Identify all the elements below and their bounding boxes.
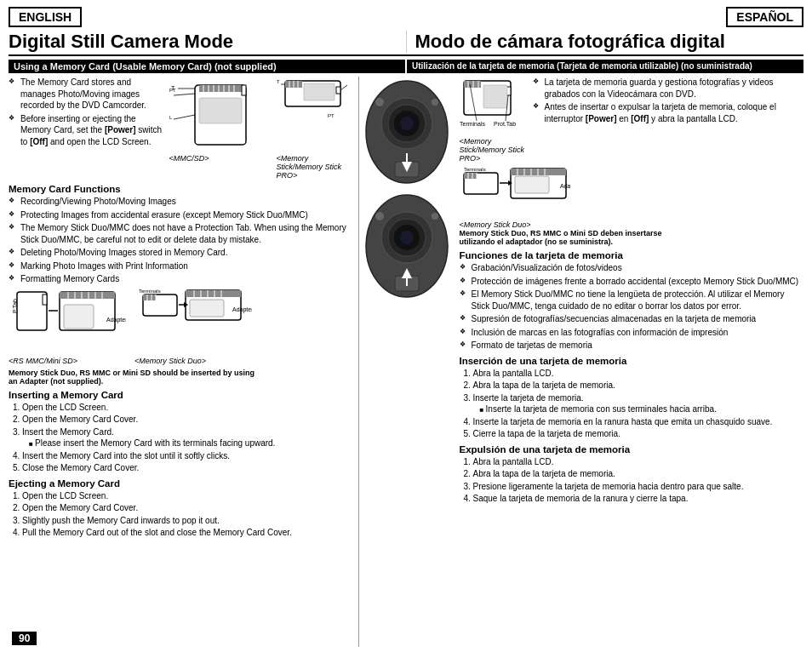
diagram-caption-es: Memory Stick Duo, RS MMC o Mini SD deben… xyxy=(460,229,681,246)
insert-es-5: Cierre la tapa de la tarjeta de memoria. xyxy=(473,428,804,440)
inserting-list-es: Abra la pantalla LCD. Abra la tapa de la… xyxy=(460,368,804,440)
func-en-3: The Memory Stick Duo/MMC does not have a… xyxy=(9,222,353,245)
svg-text:PT: PT xyxy=(328,113,335,118)
h-functions-es: Funciones de la tarjeta de memoria xyxy=(460,250,804,260)
eject-en-1: Open the LCD Screen. xyxy=(22,490,353,502)
svg-text:T: T xyxy=(277,79,280,84)
func-es-5: Inclusión de marcas en las fotografías c… xyxy=(460,327,804,339)
title-spanish: Modo de cámara fotográfica digital xyxy=(406,31,804,53)
svg-text:Adapter: Adapter xyxy=(106,317,126,323)
bullet-es-1: La tarjeta de memoria guarda y gestiona … xyxy=(533,77,804,100)
svg-text:Terminals: Terminals xyxy=(464,167,486,172)
eject-en-2: Open the Memory Card Cover. xyxy=(22,502,353,514)
insert-en-4: Insert the Memory Card into the slot unt… xyxy=(22,450,353,462)
func-es-4: Supresión de fotografías/secuencias alma… xyxy=(460,313,804,325)
eject-es-4: Saque la tarjeta de memoria de la ranura… xyxy=(473,493,804,505)
func-en-4: Deleting Photo/Moving Images stored in M… xyxy=(9,247,353,259)
ejecting-list-es: Abra la pantalla LCD. Abra la tapa de la… xyxy=(460,456,804,505)
bullet-en-2: Before inserting or ejecting the Memory … xyxy=(9,113,164,148)
mmc-sd-label: <MMC/SD> xyxy=(169,154,272,163)
stick-duo-label-es: <Memory Stick Duo> xyxy=(460,220,804,229)
eject-es-3: Presione ligeramente la tarjeta de memor… xyxy=(473,481,804,493)
svg-rect-32 xyxy=(64,305,94,329)
mmc-sd-diagram-es: Terminals Prot.Tab xyxy=(460,77,526,136)
insert-en-sub: Please insert the Memory Card with its t… xyxy=(29,438,353,449)
eject-es-2: Abra la tapa de la tarjeta de memoria. xyxy=(473,468,804,480)
camera-eject-diagram xyxy=(363,191,452,301)
svg-text:Adapter: Adapter xyxy=(232,306,252,313)
rsmmc-diagram: P.Tab xyxy=(9,288,126,356)
intro-bullets-es: La tarjeta de memoria guarda y gestiona … xyxy=(533,77,804,124)
eject-en-4: Pull the Memory Card out of the slot and… xyxy=(22,527,353,539)
h-functions-en: Memory Card Functions xyxy=(9,184,353,194)
stick-duo-label: <Memory Stick Duo> xyxy=(134,357,254,365)
svg-rect-10 xyxy=(199,98,242,123)
lang-espanol: ESPAÑOL xyxy=(726,7,803,27)
svg-rect-43 xyxy=(143,295,156,300)
h-ejecting-es: Expulsión de una tarjeta de memoria xyxy=(460,444,804,455)
svg-rect-9 xyxy=(242,85,246,95)
stick-duo-diagram: Terminals xyxy=(134,288,252,356)
func-en-1: Recording/Viewing Photo/Moving Images xyxy=(9,196,353,208)
rsmmc-label: <RS MMC/Mini SD> xyxy=(9,357,128,365)
bullet-en-1: The Memory Card stores and manages Photo… xyxy=(9,77,164,112)
svg-rect-103 xyxy=(515,176,549,193)
svg-text:Terminals: Terminals xyxy=(460,121,485,127)
title-english: Digital Still Camera Mode xyxy=(9,31,406,53)
h-ejecting-en: Ejecting a Memory Card xyxy=(9,478,353,489)
memory-stick-diagram: T PT xyxy=(277,77,352,153)
svg-point-74 xyxy=(375,212,384,220)
func-en-2: Protecting Images from accidental erasur… xyxy=(9,209,353,221)
insert-es-sub: Inserte la tarjeta de memoria con sus te… xyxy=(480,403,804,415)
insert-en-1: Open the LCD Screen. xyxy=(22,402,353,414)
camera-insert-diagram xyxy=(363,77,452,187)
svg-rect-29 xyxy=(43,295,47,305)
svg-text:L: L xyxy=(169,115,173,120)
insert-es-3: Inserte la tarjeta de memoria. Inserte l… xyxy=(473,392,804,415)
insert-es-4: Inserte la tarjeta de memoria en la ranu… xyxy=(473,416,804,428)
func-es-1: Grabación/Visualización de fotos/videos xyxy=(460,262,804,274)
inserting-list-en: Open the LCD Screen. Open the Memory Car… xyxy=(9,402,353,474)
svg-text:Terminals: Terminals xyxy=(139,289,161,294)
memory-stick-label: <Memory Stick/Memory Stick PRO> xyxy=(277,154,353,180)
svg-text:Adapter: Adapter xyxy=(560,183,570,190)
svg-line-26 xyxy=(340,85,347,90)
func-es-3: El Memory Stick Duo/MMC no tiene la leng… xyxy=(460,289,804,312)
eject-en-3: Slightly push the Memory Card inwards to… xyxy=(22,515,353,527)
intro-bullets-en: The Memory Card stores and manages Photo… xyxy=(9,77,164,147)
func-en-5: Marking Photo Images with Print Informat… xyxy=(9,260,353,272)
svg-point-64 xyxy=(375,98,384,106)
svg-line-13 xyxy=(174,94,195,95)
func-en-6: Formatting Memory Cards xyxy=(9,273,353,285)
svg-point-65 xyxy=(432,99,438,106)
svg-rect-85 xyxy=(483,85,507,108)
svg-point-73 xyxy=(400,231,414,244)
insert-es-1: Abra la pantalla LCD. xyxy=(473,368,804,380)
svg-text:P.Tab: P.Tab xyxy=(12,298,18,312)
section-bar-english: Using a Memory Card (Usable Memory Card)… xyxy=(9,60,405,73)
svg-rect-22 xyxy=(336,87,340,94)
stick-pro-label-es: <Memory Stick/Memory Stick PRO> xyxy=(460,137,528,163)
insert-en-5: Close the Memory Card Cover. xyxy=(22,462,353,474)
insert-en-2: Open the Memory Card Cover. xyxy=(22,414,353,426)
functions-list-es: Grabación/Visualización de fotos/videos … xyxy=(460,262,804,352)
page-number: 90 xyxy=(12,632,37,645)
svg-point-63 xyxy=(400,117,414,130)
h-inserting-en: Inserting a Memory Card xyxy=(9,390,353,400)
svg-rect-91 xyxy=(464,173,477,179)
func-es-2: Protección de imágenes frente a borrado … xyxy=(460,276,804,288)
insert-es-2: Abra la tapa de la tarjeta de memoria. xyxy=(473,380,804,392)
stick-duo-diagram-es: Terminals Adapter xyxy=(460,164,570,220)
functions-list-en: Recording/Viewing Photo/Moving Images Pr… xyxy=(9,196,353,285)
svg-rect-55 xyxy=(190,300,224,317)
ejecting-list-en: Open the LCD Screen. Open the Memory Car… xyxy=(9,490,353,539)
svg-text:PT: PT xyxy=(169,88,176,93)
svg-text:Prot.Tab: Prot.Tab xyxy=(494,121,516,127)
func-es-6: Formato de tarjetas de memoria xyxy=(460,340,804,352)
bullet-es-2: Antes de insertar o expulsar la tarjeta … xyxy=(533,101,804,124)
mmc-sd-diagram: T PT L xyxy=(169,77,270,153)
insert-en-3: Insert the Memory Card. Please insert th… xyxy=(22,426,353,449)
section-bar-spanish: Utilización de la tarjeta de memoria (Ta… xyxy=(407,60,803,73)
svg-rect-1 xyxy=(199,85,242,92)
h-inserting-es: Inserción de una tarjeta de memoria xyxy=(460,356,804,366)
